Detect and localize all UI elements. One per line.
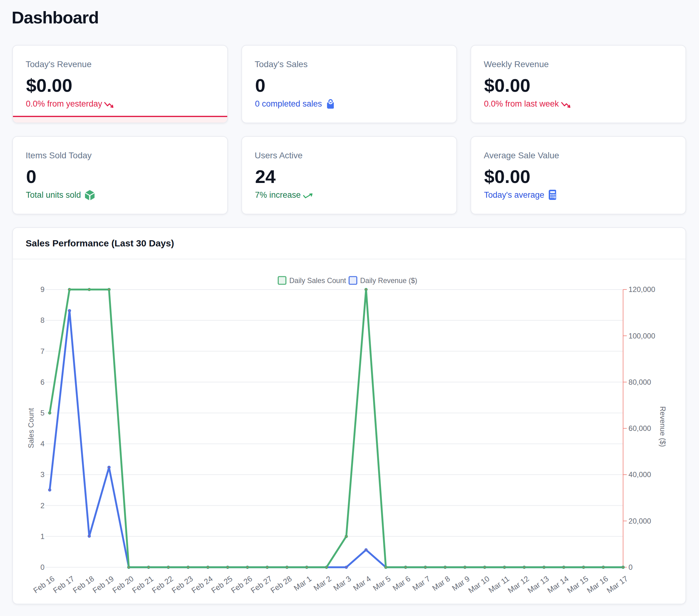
svg-text:Mar 13: Mar 13 — [526, 574, 550, 595]
svg-text:Feb 21: Feb 21 — [131, 574, 155, 595]
svg-text:Mar 14: Mar 14 — [546, 574, 570, 594]
svg-text:Mar 17: Mar 17 — [605, 574, 630, 595]
svg-text:Daily Revenue ($): Daily Revenue ($) — [360, 276, 417, 284]
svg-text:Mar 7: Mar 7 — [411, 574, 432, 592]
svg-text:Revenue ($): Revenue ($) — [659, 406, 667, 447]
svg-text:Mar 4: Mar 4 — [351, 574, 372, 592]
svg-text:5: 5 — [40, 409, 44, 417]
svg-text:0: 0 — [40, 563, 44, 571]
svg-text:8: 8 — [40, 316, 44, 324]
svg-text:20,000: 20,000 — [629, 517, 651, 525]
svg-text:Feb 28: Feb 28 — [269, 574, 293, 595]
svg-text:Mar 12: Mar 12 — [506, 574, 530, 595]
svg-text:Feb 19: Feb 19 — [91, 574, 115, 595]
svg-text:0: 0 — [629, 563, 633, 571]
svg-text:Feb 24: Feb 24 — [190, 574, 214, 594]
svg-text:3: 3 — [40, 470, 44, 479]
svg-text:Feb 17: Feb 17 — [51, 574, 76, 595]
svg-text:Mar 1: Mar 1 — [292, 574, 313, 592]
svg-text:9: 9 — [40, 285, 44, 293]
svg-text:Feb 16: Feb 16 — [32, 574, 56, 595]
svg-text:Mar 6: Mar 6 — [391, 574, 412, 592]
svg-text:1: 1 — [40, 532, 44, 540]
svg-text:Feb 18: Feb 18 — [71, 574, 95, 595]
svg-text:Mar 11: Mar 11 — [487, 574, 511, 594]
svg-text:Mar 5: Mar 5 — [371, 574, 392, 592]
svg-text:Mar 10: Mar 10 — [466, 574, 491, 595]
svg-text:6: 6 — [40, 378, 44, 386]
svg-text:40,000: 40,000 — [629, 470, 651, 479]
svg-text:Mar 8: Mar 8 — [431, 574, 451, 592]
svg-text:Mar 16: Mar 16 — [585, 574, 610, 595]
svg-text:2: 2 — [40, 501, 44, 509]
svg-text:Feb 27: Feb 27 — [249, 574, 274, 595]
svg-text:Mar 3: Mar 3 — [332, 574, 352, 592]
svg-text:80,000: 80,000 — [629, 378, 651, 386]
svg-text:Daily Sales Count: Daily Sales Count — [289, 276, 346, 284]
svg-text:Feb 22: Feb 22 — [150, 574, 175, 595]
svg-text:Mar 15: Mar 15 — [565, 574, 590, 595]
svg-text:Sales Count: Sales Count — [27, 408, 35, 448]
svg-text:4: 4 — [40, 440, 44, 448]
svg-text:Mar 2: Mar 2 — [312, 574, 332, 592]
svg-text:Feb 25: Feb 25 — [210, 574, 234, 595]
svg-text:7: 7 — [40, 347, 44, 355]
svg-text:Feb 20: Feb 20 — [111, 574, 135, 595]
svg-text:Feb 26: Feb 26 — [229, 574, 254, 595]
svg-text:120,000: 120,000 — [629, 285, 655, 293]
svg-text:Feb 23: Feb 23 — [170, 574, 194, 595]
svg-text:60,000: 60,000 — [629, 424, 651, 432]
svg-text:100,000: 100,000 — [629, 331, 655, 340]
